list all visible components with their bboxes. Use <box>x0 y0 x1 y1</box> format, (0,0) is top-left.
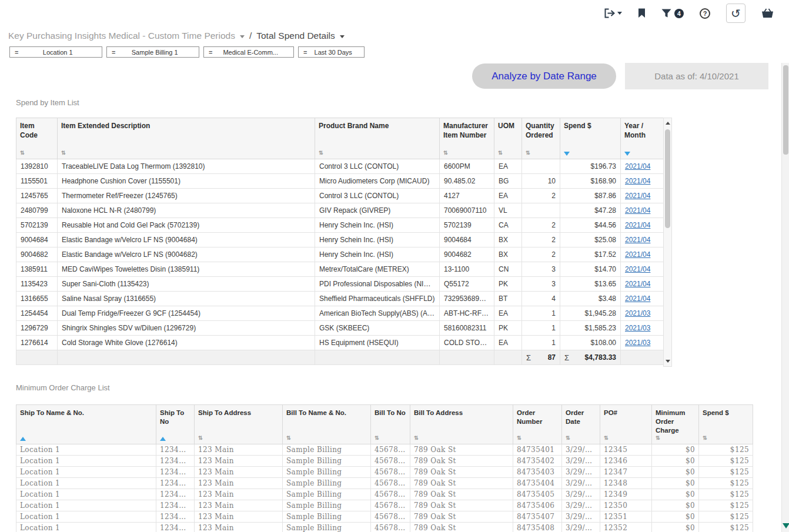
filter-chip-last-30-days[interactable]: =Last 30 Days <box>298 46 365 58</box>
column-header-bill-to-name-no[interactable]: Bill To Name & No.⇅ <box>283 405 371 444</box>
year-month-link[interactable]: 2021/04 <box>625 236 650 244</box>
column-label: Bill To Address <box>414 409 509 417</box>
cell: Henry Schein Inc. (HSI) <box>315 218 440 233</box>
cell: 1234567 <box>156 488 195 500</box>
cell: $125 <box>699 488 753 500</box>
year-month-link[interactable]: 2021/03 <box>625 309 650 317</box>
year-month-link[interactable]: 2021/04 <box>625 280 650 288</box>
cell: 2021/03 <box>621 306 664 321</box>
filter-chip-sample-billing-1[interactable]: =Sample Billing 1 <box>106 46 199 58</box>
breadcrumb-report[interactable]: Total Spend Details <box>256 31 335 41</box>
column-header-item-extended-description[interactable]: Item Extended Description⇅ <box>58 118 315 159</box>
cell: 3/29/2021 <box>562 511 600 522</box>
cell: Location 1 <box>16 477 156 488</box>
bookmark-button[interactable] <box>638 8 646 18</box>
scrollbar-thumb[interactable] <box>665 129 670 228</box>
year-month-link[interactable]: 2021/04 <box>625 206 650 215</box>
cell: 1155501 <box>16 174 58 189</box>
cell: ABT-HC-RFC9G <box>440 306 494 321</box>
scroll-up-icon[interactable] <box>664 119 671 128</box>
breadcrumb-dashboard[interactable]: Key Purchasing Insights Medical - Custom… <box>8 31 235 41</box>
column-header-order-number[interactable]: Order Number⇅ <box>513 405 562 444</box>
refresh-button[interactable]: ↺ <box>726 4 745 23</box>
scroll-down-more-icon[interactable] <box>782 521 789 530</box>
scroll-down-icon[interactable] <box>664 357 671 366</box>
cell: 3/29/2021 <box>562 455 600 466</box>
column-header-manufacturer-item-number[interactable]: Manufacturer Item Number⇅ <box>440 118 494 159</box>
year-month-link[interactable]: 2021/04 <box>625 177 650 185</box>
column-header-item-code[interactable]: Item Code⇅ <box>16 118 58 159</box>
chevron-down-icon[interactable] <box>340 35 345 38</box>
year-month-link[interactable]: 2021/04 <box>625 250 650 259</box>
sort-area: ⇅ <box>286 435 367 441</box>
cell: 123 Main <box>195 455 283 466</box>
column-header-product-brand-name[interactable]: Product Brand Name⇅ <box>315 118 440 159</box>
header-cell-inner: Item Extended Description⇅ <box>58 118 315 159</box>
scrollbar-thumb[interactable] <box>783 65 788 155</box>
cell: Super Sani-Cloth (1135423) <box>58 277 315 292</box>
filter-chip-medical-e-comm[interactable]: =Medical E-Comm... <box>203 46 294 58</box>
cell: BT <box>494 292 522 306</box>
cell: 12348 <box>600 477 652 488</box>
table-row: 1385911MED CaviWipes Towelettes Disin (1… <box>16 262 664 277</box>
column-header-spend[interactable]: Spend $ <box>560 118 621 159</box>
analyze-by-date-range-button[interactable]: Analyze by Date Range <box>472 63 616 89</box>
cell: 84735401 <box>513 444 562 455</box>
cell: VL <box>494 203 522 218</box>
column-header-bill-to-no[interactable]: Bill To No⇅ <box>371 405 410 444</box>
help-button[interactable]: ? <box>700 8 710 19</box>
year-month-link[interactable]: 2021/04 <box>625 221 650 229</box>
header-cell-inner: Ship To Name & No. <box>16 405 156 444</box>
filter-button[interactable]: 4 <box>661 9 684 18</box>
export-button[interactable] <box>604 8 622 18</box>
cell: 789 Oak St <box>410 511 513 522</box>
column-header-spend[interactable]: Spend $⇅ <box>699 405 753 444</box>
cell: EA <box>494 306 522 321</box>
cell: $47.28 <box>560 203 621 218</box>
cell: $1,585.23 <box>560 321 621 336</box>
column-header-bill-to-address[interactable]: Bill To Address⇅ <box>410 405 513 444</box>
data-as-of-label: Data as of: 4/10/2021 <box>625 63 768 89</box>
column-label: Minimum Order Charge <box>656 409 695 435</box>
cell: 1385911 <box>16 262 58 277</box>
cell: Shingrix Shingles SDV w/Diluen (1296729) <box>58 321 315 336</box>
basket-button[interactable] <box>761 8 774 18</box>
filter-chip-location-1[interactable]: =Location 1 <box>9 46 102 58</box>
cell: Sample Billing <box>283 488 371 500</box>
column-header-order-date[interactable]: Order Date⇅ <box>562 405 600 444</box>
page-scrollbar[interactable] <box>781 63 789 532</box>
chevron-down-icon[interactable] <box>240 35 245 38</box>
cell: GIV Repack (GIVREP) <box>315 203 440 218</box>
column-header-ship-to-name-no[interactable]: Ship To Name & No. <box>16 405 156 444</box>
cell: Sample Billing <box>283 455 371 466</box>
chip-label: Location 1 <box>18 49 97 56</box>
year-month-link[interactable]: 2021/04 <box>625 265 650 273</box>
year-month-link[interactable]: 2021/03 <box>625 339 650 347</box>
cell: $17.52 <box>560 247 621 262</box>
column-label: Item Code <box>20 122 54 140</box>
cell: Location 1 <box>16 500 156 511</box>
year-month-link[interactable]: 2021/04 <box>625 192 650 200</box>
cell: 1234567 <box>156 444 195 455</box>
year-month-link[interactable]: 2021/03 <box>625 324 650 332</box>
column-header-year-month[interactable]: Year / Month <box>621 118 664 159</box>
column-header-po[interactable]: PO#⇅ <box>600 405 652 444</box>
filter-icon <box>661 9 671 18</box>
year-month-link[interactable]: 2021/04 <box>625 295 650 303</box>
column-header-ship-to-address[interactable]: Ship To Address⇅ <box>195 405 283 444</box>
column-header-ship-to-no[interactable]: Ship To No <box>156 405 195 444</box>
header-cell-inner: PO#⇅ <box>600 405 651 444</box>
cell: 2021/04 <box>621 203 664 218</box>
table-row: 1392810TraceableLIVE Data Log Thermom (1… <box>16 159 664 174</box>
column-header-uom[interactable]: UOM⇅ <box>494 118 522 159</box>
sort-asc-icon <box>160 437 166 441</box>
year-month-link[interactable]: 2021/04 <box>625 162 650 170</box>
spend-table-scrollbar[interactable] <box>663 118 672 367</box>
column-header-quantity-ordered[interactable]: Quantity Ordered⇅ <box>522 118 560 159</box>
column-header-minimum-order-charge[interactable]: Minimum Order Charge⇅ <box>652 405 699 444</box>
cell: 5702139 <box>440 218 494 233</box>
cell: 2 <box>522 189 560 203</box>
cell: 732953689659 <box>440 292 494 306</box>
sort-area: ⇅ <box>703 435 749 441</box>
chip-label: Medical E-Comm... <box>212 49 289 56</box>
